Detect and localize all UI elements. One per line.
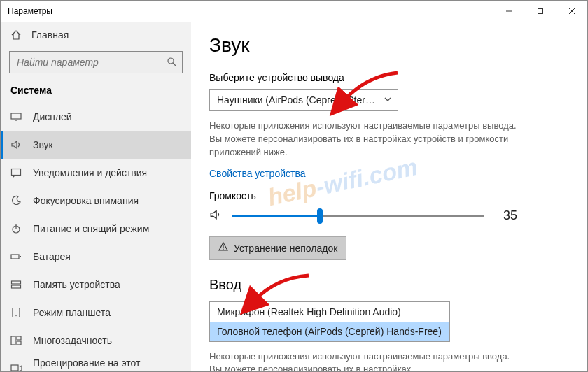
sidebar-item-multitask[interactable]: Многозадачность bbox=[1, 327, 191, 355]
sidebar-home[interactable]: Главная bbox=[1, 22, 191, 48]
sidebar-item-display[interactable]: Дисплей bbox=[1, 103, 191, 131]
sidebar-item-label: Память устройства bbox=[33, 279, 120, 290]
svg-line-5 bbox=[173, 63, 176, 66]
volume-row: 35 bbox=[209, 208, 517, 224]
sidebar-item-focus[interactable]: Фокусировка внимания bbox=[1, 187, 191, 215]
sidebar-item-projecting[interactable]: Проецирование на этот компьютер bbox=[1, 355, 191, 371]
sidebar-item-label: Уведомления и действия bbox=[33, 167, 147, 178]
input-heading: Ввод bbox=[209, 277, 569, 293]
window-title: Параметры bbox=[8, 6, 52, 16]
troubleshoot-label: Устранение неполадок bbox=[234, 243, 337, 254]
device-properties-link[interactable]: Свойства устройства bbox=[209, 168, 306, 179]
sidebar-item-notifications[interactable]: Уведомления и действия bbox=[1, 159, 191, 187]
search-container bbox=[1, 48, 191, 80]
output-device-value: Наушники (AirPods (Сергей) Ster… bbox=[217, 94, 375, 106]
troubleshoot-button[interactable]: Устранение неполадок bbox=[209, 236, 346, 260]
sidebar-home-label: Главная bbox=[31, 29, 69, 41]
warning-icon bbox=[218, 242, 228, 254]
moon-icon bbox=[10, 195, 22, 206]
storage-icon bbox=[10, 279, 22, 290]
sidebar-item-label: Проецирование на этот компьютер bbox=[33, 357, 181, 371]
speaker-icon[interactable] bbox=[209, 208, 222, 223]
svg-rect-14 bbox=[12, 285, 21, 288]
svg-rect-18 bbox=[17, 336, 21, 340]
tablet-icon bbox=[10, 307, 22, 318]
maximize-button[interactable] bbox=[524, 1, 556, 22]
svg-rect-11 bbox=[11, 255, 19, 259]
output-device-select[interactable]: Наушники (AirPods (Сергей) Ster… bbox=[209, 89, 398, 111]
svg-rect-13 bbox=[12, 281, 21, 284]
minimize-button[interactable] bbox=[493, 1, 524, 22]
svg-rect-6 bbox=[11, 113, 21, 119]
sidebar-item-storage[interactable]: Память устройства bbox=[1, 271, 191, 299]
sidebar: Главная Система Дисплей Звук bbox=[1, 22, 191, 371]
input-option[interactable]: Микрофон (Realtek High Definition Audio) bbox=[210, 302, 449, 322]
sidebar-item-tablet[interactable]: Режим планшета bbox=[1, 299, 191, 327]
sidebar-item-label: Дисплей bbox=[33, 111, 72, 122]
page-title: Звук bbox=[209, 34, 569, 57]
svg-point-22 bbox=[223, 249, 223, 250]
search-box[interactable] bbox=[9, 51, 183, 73]
input-note: Некоторые приложения используют настраив… bbox=[209, 350, 517, 371]
output-note: Некоторые приложения используют настраив… bbox=[209, 120, 517, 159]
main-content: Звук Выберите устройство вывода Наушники… bbox=[191, 22, 587, 371]
svg-rect-8 bbox=[12, 169, 21, 176]
sidebar-item-battery[interactable]: Батарея bbox=[1, 243, 191, 271]
sidebar-item-label: Фокусировка внимания bbox=[33, 195, 139, 206]
output-device-label: Выберите устройство вывода bbox=[209, 72, 569, 83]
sidebar-item-power[interactable]: Питание и спящий режим bbox=[1, 215, 191, 243]
settings-window: Параметры Главная bbox=[0, 0, 588, 372]
svg-rect-19 bbox=[17, 341, 21, 345]
power-icon bbox=[10, 223, 22, 234]
home-icon bbox=[10, 29, 22, 41]
chevron-down-icon bbox=[384, 94, 392, 106]
sidebar-item-label: Звук bbox=[33, 139, 53, 150]
svg-rect-17 bbox=[11, 336, 15, 345]
svg-rect-12 bbox=[20, 256, 21, 257]
svg-point-4 bbox=[168, 58, 174, 64]
svg-point-16 bbox=[15, 315, 16, 316]
projecting-icon bbox=[10, 363, 22, 371]
input-option[interactable]: Головной телефон (AirPods (Сергей) Hands… bbox=[210, 322, 449, 341]
titlebar: Параметры bbox=[1, 1, 587, 22]
window-controls bbox=[493, 1, 587, 22]
svg-rect-1 bbox=[538, 9, 542, 14]
search-icon bbox=[167, 57, 176, 69]
battery-icon bbox=[10, 251, 22, 262]
sidebar-nav: Дисплей Звук Уведомления и действия Фоку… bbox=[1, 103, 191, 371]
close-button[interactable] bbox=[556, 1, 587, 22]
sidebar-item-label: Многозадачность bbox=[33, 335, 112, 346]
display-icon bbox=[10, 111, 22, 122]
input-device-listbox[interactable]: Микрофон (Realtek High Definition Audio)… bbox=[209, 301, 450, 342]
volume-label: Громкость bbox=[209, 190, 569, 201]
sidebar-item-label: Питание и спящий режим bbox=[33, 223, 149, 234]
svg-rect-20 bbox=[11, 365, 18, 371]
volume-slider[interactable] bbox=[232, 208, 484, 224]
sidebar-section-header: Система bbox=[1, 80, 191, 103]
sidebar-item-label: Батарея bbox=[33, 251, 71, 262]
search-input[interactable] bbox=[15, 56, 167, 69]
volume-value: 35 bbox=[493, 208, 517, 223]
message-icon bbox=[10, 167, 22, 178]
sidebar-item-sound[interactable]: Звук bbox=[1, 131, 191, 159]
sidebar-item-label: Режим планшета bbox=[33, 307, 111, 318]
multitask-icon bbox=[10, 335, 22, 346]
sound-icon bbox=[10, 139, 22, 150]
